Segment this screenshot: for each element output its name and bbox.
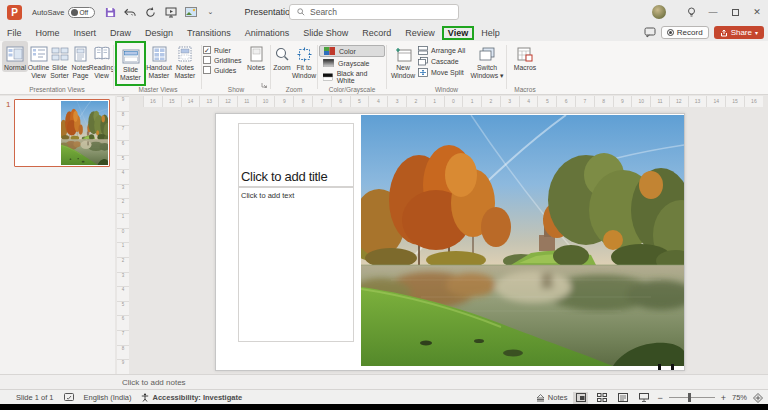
normal-view-button[interactable]: Normal bbox=[2, 41, 28, 72]
image-icon[interactable] bbox=[183, 4, 199, 20]
black-and-white-label: Black and White bbox=[337, 70, 381, 84]
zoom-slider-thumb[interactable] bbox=[688, 393, 691, 402]
notes-show-icon bbox=[250, 44, 263, 64]
guides-checkbox[interactable]: Guides bbox=[203, 66, 244, 74]
switch-windows-button[interactable]: Switch Windows ▾ bbox=[470, 41, 504, 80]
ruler-checkbox-box[interactable]: ✓ bbox=[203, 46, 211, 54]
black-and-white-icon bbox=[323, 73, 333, 81]
zoom-button[interactable]: Zoom bbox=[272, 41, 292, 72]
tab-help[interactable]: Help bbox=[474, 26, 507, 40]
comments-icon[interactable] bbox=[644, 27, 656, 38]
slide-photo-autumn-lake[interactable] bbox=[361, 115, 684, 366]
zoom-level[interactable]: 75% bbox=[732, 393, 747, 402]
title-placeholder[interactable]: Click to add title bbox=[238, 123, 354, 187]
gridlines-checkbox-box[interactable] bbox=[203, 56, 211, 64]
move-split-button[interactable]: Move Split bbox=[418, 68, 470, 77]
notes-page-button[interactable]: Notes Page bbox=[70, 41, 91, 80]
redo-icon[interactable] bbox=[143, 4, 159, 20]
tab-slide-show[interactable]: Slide Show bbox=[296, 26, 355, 40]
notes-pane[interactable]: Click to add notes bbox=[0, 374, 768, 389]
vertical-ruler-numbers[interactable]: 9876543210123456789 bbox=[117, 96, 129, 374]
fit-slide-to-window-icon[interactable] bbox=[753, 393, 763, 403]
accessibility-status[interactable]: Accessibility: Investigate bbox=[141, 393, 242, 402]
new-window-button[interactable]: New Window bbox=[388, 41, 418, 80]
autosave-toggle[interactable]: Off bbox=[68, 7, 95, 18]
cascade-button[interactable]: Cascade bbox=[418, 57, 470, 66]
black-and-white-button[interactable]: Black and White bbox=[319, 69, 385, 85]
ruler-checkbox[interactable]: ✓Ruler bbox=[203, 46, 244, 54]
fit-to-window-button[interactable]: Fit to Window bbox=[292, 41, 316, 80]
tab-file[interactable]: File bbox=[0, 26, 29, 40]
group-label-window: Window bbox=[388, 86, 505, 93]
tab-animations[interactable]: Animations bbox=[238, 26, 297, 40]
notes-show-button[interactable]: Notes bbox=[244, 41, 268, 74]
grayscale-button[interactable]: Grayscale bbox=[319, 58, 385, 68]
tab-review[interactable]: Review bbox=[398, 26, 442, 40]
minimize-button[interactable]: — bbox=[702, 0, 724, 24]
close-button[interactable]: ✕ bbox=[746, 0, 768, 24]
notes-toggle-button[interactable]: Notes bbox=[536, 393, 568, 402]
body-placeholder[interactable]: Click to add text bbox=[238, 187, 354, 342]
tab-draw[interactable]: Draw bbox=[103, 26, 138, 40]
slide-thumbnail-panel[interactable]: 1 bbox=[0, 96, 115, 374]
ribbon: Normal Outline View Slide Sorter Notes P… bbox=[0, 41, 768, 95]
tab-insert[interactable]: Insert bbox=[67, 26, 104, 40]
zoom-slider[interactable] bbox=[669, 397, 715, 398]
slide-master-icon bbox=[122, 46, 140, 66]
tab-home[interactable]: Home bbox=[29, 26, 67, 40]
horizontal-ruler[interactable]: 1615141312111098765432101234567891011121… bbox=[143, 96, 763, 107]
group-label-master-views: Master Views bbox=[115, 86, 201, 93]
search-input[interactable]: Search bbox=[289, 4, 459, 20]
notes-master-label: Notes Master bbox=[172, 64, 198, 80]
tab-record[interactable]: Record bbox=[355, 26, 398, 40]
accessibility-icon bbox=[141, 393, 149, 402]
slide-thumbnail[interactable] bbox=[14, 99, 110, 167]
save-icon[interactable] bbox=[103, 4, 119, 20]
share-button[interactable]: Share ▾ bbox=[714, 26, 764, 39]
language-indicator[interactable]: English (India) bbox=[84, 393, 132, 402]
tab-transitions[interactable]: Transitions bbox=[180, 26, 238, 40]
customize-qat-chevron-icon[interactable]: ⌄ bbox=[203, 4, 219, 20]
reading-view-label: Reading View bbox=[89, 64, 114, 80]
spellcheck-icon[interactable] bbox=[64, 393, 74, 402]
color-button[interactable]: Color bbox=[319, 45, 385, 57]
record-button[interactable]: Record bbox=[661, 26, 709, 39]
start-slideshow-icon[interactable] bbox=[163, 4, 179, 20]
arrange-all-button[interactable]: Arrange All bbox=[418, 46, 470, 55]
normal-view-status-button[interactable] bbox=[573, 392, 588, 404]
slide-canvas[interactable]: Click to add title Click to add text bbox=[215, 113, 685, 371]
new-window-icon bbox=[395, 44, 412, 64]
slide-master-label: Slide Master bbox=[117, 66, 144, 82]
slide-indicator[interactable]: Slide 1 of 1 bbox=[16, 393, 54, 402]
slide-sorter-button[interactable]: Slide Sorter bbox=[49, 41, 70, 80]
notes-master-button[interactable]: Notes Master bbox=[172, 41, 198, 80]
ideas-lightbulb-icon[interactable] bbox=[680, 0, 702, 24]
macros-label: Macros bbox=[514, 64, 536, 72]
slide-show-status-button[interactable] bbox=[636, 392, 651, 404]
slide-sorter-status-button[interactable] bbox=[594, 392, 609, 404]
selection-handle[interactable] bbox=[671, 364, 674, 370]
tab-view[interactable]: View bbox=[442, 26, 474, 40]
slide-master-button[interactable]: Slide Master bbox=[117, 43, 144, 84]
quick-access-toolbar: ⌄ bbox=[103, 4, 219, 20]
guides-checkbox-box[interactable] bbox=[203, 66, 211, 74]
group-show: ✓Ruler Gridlines Guides Notes Show bbox=[203, 41, 269, 94]
autosave-control[interactable]: AutoSave Off bbox=[32, 7, 95, 18]
reading-view-status-button[interactable] bbox=[615, 392, 630, 404]
user-avatar[interactable] bbox=[652, 5, 666, 19]
gridlines-checkbox[interactable]: Gridlines bbox=[203, 56, 244, 64]
zoom-out-button[interactable]: − bbox=[657, 393, 662, 403]
handout-master-button[interactable]: Handout Master bbox=[146, 41, 172, 80]
outline-view-button[interactable]: Outline View bbox=[28, 41, 49, 80]
record-icon bbox=[667, 29, 674, 36]
undo-icon[interactable] bbox=[123, 4, 139, 20]
share-icon bbox=[720, 29, 728, 37]
selection-handle[interactable] bbox=[658, 364, 661, 370]
macros-button[interactable]: Macros bbox=[510, 41, 540, 72]
show-dialog-launcher-icon[interactable] bbox=[261, 74, 267, 92]
powerpoint-app-icon[interactable]: P bbox=[7, 5, 22, 20]
tab-design[interactable]: Design bbox=[138, 26, 180, 40]
zoom-in-button[interactable]: + bbox=[721, 393, 726, 403]
maximize-button[interactable] bbox=[724, 0, 746, 24]
reading-view-button[interactable]: Reading View bbox=[91, 41, 112, 80]
